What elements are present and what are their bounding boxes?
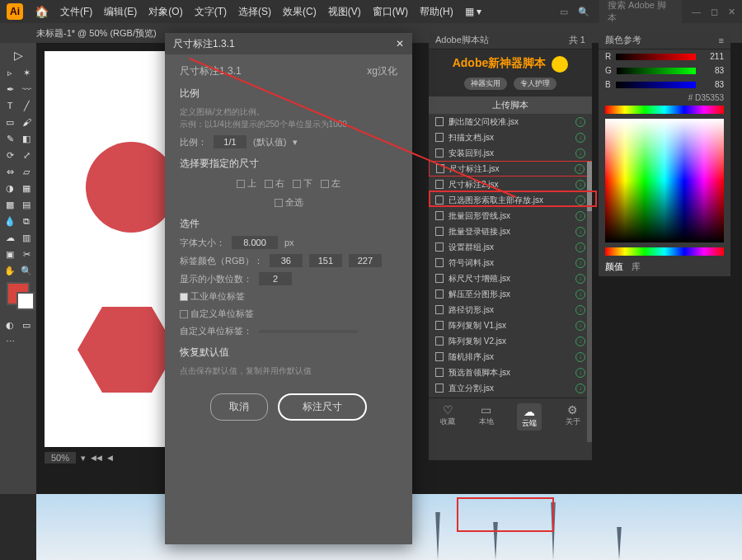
perspective-tool[interactable]: ▦ xyxy=(18,180,35,196)
download-icon[interactable]: ↓ xyxy=(575,164,585,174)
close-icon[interactable]: ✕ xyxy=(728,7,735,17)
minimize-icon[interactable]: — xyxy=(692,7,701,17)
download-icon[interactable]: ↓ xyxy=(575,133,585,143)
foot-about[interactable]: ⚙关于 xyxy=(566,403,580,431)
cb-down[interactable]: 下 xyxy=(293,177,312,190)
script-item[interactable]: 安装回到.jsx↓ xyxy=(429,145,592,161)
home-icon[interactable]: 🏠 xyxy=(35,5,49,18)
zoom-tool[interactable]: 🔍 xyxy=(18,262,35,279)
gradient-tool[interactable]: ▤ xyxy=(18,196,35,213)
download-icon[interactable]: ↓ xyxy=(575,148,585,158)
rect-tool[interactable]: ▭ xyxy=(2,114,18,130)
prev-icon[interactable]: ◀ xyxy=(107,454,113,462)
scripts-category[interactable]: 上传脚本 xyxy=(429,96,592,114)
menu-object[interactable]: 对象(O) xyxy=(148,5,182,19)
script-item[interactable]: 符号词料.jsx↓ xyxy=(429,255,592,271)
menu-effect[interactable]: 效果(C) xyxy=(283,5,317,19)
cb-up[interactable]: 上 xyxy=(237,177,256,190)
script-item[interactable]: 路径切形.jsx↓ xyxy=(429,302,592,318)
script-item[interactable]: 阵列复制 V1.jsx↓ xyxy=(429,318,592,333)
script-item[interactable]: 批量回形管线.jsx↓ xyxy=(429,208,592,224)
download-icon[interactable]: ↓ xyxy=(575,336,585,346)
download-icon[interactable]: ↓ xyxy=(575,368,585,378)
zoom-dropdown-icon[interactable]: ▾ xyxy=(81,453,86,464)
download-icon[interactable]: ↓ xyxy=(575,117,585,127)
cb-custom-unit[interactable]: 自定义单位标签 xyxy=(180,308,397,320)
magic-wand-tool[interactable]: ✶ xyxy=(18,64,35,81)
mesh-tool[interactable]: ▩ xyxy=(2,196,18,213)
dialog-titlebar[interactable]: 尺寸标注1.3.1 ✕ xyxy=(165,33,412,54)
g-slider[interactable] xyxy=(617,68,696,74)
color-b-input[interactable]: 227 xyxy=(349,254,382,267)
script-item[interactable]: 标尺尺寸增殖.jsx↓ xyxy=(429,271,592,286)
red-circle-shape[interactable] xyxy=(86,142,176,233)
screen-mode-icon[interactable]: ▭ xyxy=(18,317,35,333)
curvature-tool[interactable]: 〰 xyxy=(18,81,35,97)
script-item[interactable]: 尺寸标注1.jsx↓ xyxy=(429,161,592,176)
script-item[interactable]: 批量登录链接.jsx↓ xyxy=(429,224,592,239)
script-item[interactable]: 删出随父问校准.jsx↓ xyxy=(429,114,592,129)
menu-file[interactable]: 文件(F) xyxy=(60,5,92,19)
menu-type[interactable]: 文字(T) xyxy=(195,5,227,19)
swatch-tab-1[interactable]: 颜值 xyxy=(605,261,623,273)
hue-strip[interactable] xyxy=(605,106,724,114)
rotate-tool[interactable]: ⟳ xyxy=(2,147,18,163)
scale-tool[interactable]: ⤢ xyxy=(18,147,35,163)
cb-all[interactable]: 全选 xyxy=(275,196,303,209)
script-item[interactable]: 阵列复制 V2.jsx↓ xyxy=(429,333,592,349)
script-item[interactable]: 扫描文档.jsx↓ xyxy=(429,129,592,145)
pill-2[interactable]: 专人护理 xyxy=(514,78,556,90)
color-panel-tab[interactable]: 颜色参考 xyxy=(605,34,641,46)
eraser-tool[interactable]: ◧ xyxy=(18,130,35,147)
font-size-input[interactable]: 8.000 xyxy=(232,236,278,249)
download-icon[interactable]: ↓ xyxy=(575,211,585,221)
download-icon[interactable]: ↓ xyxy=(575,321,585,331)
search-input[interactable]: 搜索 Adobe 脚本 xyxy=(599,0,682,26)
download-icon[interactable]: ↓ xyxy=(575,305,585,315)
g-value[interactable]: 83 xyxy=(701,66,724,75)
pen-tool[interactable]: ✒ xyxy=(2,81,18,97)
free-transform-tool[interactable]: ▱ xyxy=(18,163,35,180)
swatch-tab-2[interactable]: 库 xyxy=(632,261,641,273)
prev-artboard-icon[interactable]: ◀◀ xyxy=(91,454,102,462)
document-tab[interactable]: 未标题-1* @ 50% (RGB/预览) xyxy=(36,27,157,40)
zoom-level[interactable]: 50% xyxy=(45,452,76,464)
script-item[interactable]: 直立分割.jsx↓ xyxy=(429,380,592,396)
color-spectrum[interactable] xyxy=(605,119,724,242)
scale-default-label[interactable]: (默认值) xyxy=(253,136,286,148)
pill-1[interactable]: 神器实用 xyxy=(464,78,507,90)
selection-tool[interactable]: ▷ xyxy=(8,46,28,64)
cb-industrial[interactable]: 工业单位标签 xyxy=(180,290,397,303)
script-item[interactable]: 设置群组.jsx↓ xyxy=(429,239,592,255)
download-icon[interactable]: ↓ xyxy=(575,258,585,268)
symbol-tool[interactable]: ☁ xyxy=(2,229,18,246)
download-icon[interactable]: ↓ xyxy=(575,384,585,393)
red-hexagon-shape[interactable] xyxy=(77,307,176,393)
cb-right[interactable]: 右 xyxy=(265,177,284,190)
foot-local[interactable]: ▭本地 xyxy=(479,403,494,431)
download-icon[interactable]: ↓ xyxy=(575,352,585,362)
draw-mode-icon[interactable]: ◐ xyxy=(2,317,18,333)
hue-strip-2[interactable] xyxy=(605,247,724,256)
blend-tool[interactable]: ⧉ xyxy=(18,213,35,229)
color-g-input[interactable]: 151 xyxy=(309,254,342,267)
r-value[interactable]: 211 xyxy=(701,52,724,61)
shaper-tool[interactable]: ✎ xyxy=(2,130,18,147)
download-icon[interactable]: ↓ xyxy=(575,274,585,284)
download-icon[interactable]: ↓ xyxy=(575,227,585,237)
foot-fav[interactable]: ♡收藏 xyxy=(440,403,455,431)
search-icon[interactable]: 🔍 xyxy=(578,7,589,17)
cancel-button[interactable]: 取消 xyxy=(210,393,268,421)
b-slider[interactable] xyxy=(616,82,696,88)
menu-edit[interactable]: 编辑(E) xyxy=(104,5,137,19)
scale-dropdown-icon[interactable]: ▾ xyxy=(293,137,298,148)
menu-select[interactable]: 选择(S) xyxy=(238,5,271,19)
brush-tool[interactable]: 🖌 xyxy=(18,114,35,130)
menu-window[interactable]: 窗口(W) xyxy=(373,5,408,19)
scripts-tab[interactable]: Adobe脚本站 xyxy=(435,34,489,46)
graph-tool[interactable]: ▥ xyxy=(18,229,35,246)
color-panel-menu-icon[interactable]: ≡ xyxy=(719,35,724,45)
r-slider[interactable] xyxy=(616,54,696,60)
download-icon[interactable]: ↓ xyxy=(575,242,585,252)
edit-toolbar-icon[interactable]: ⋯ xyxy=(2,333,18,350)
